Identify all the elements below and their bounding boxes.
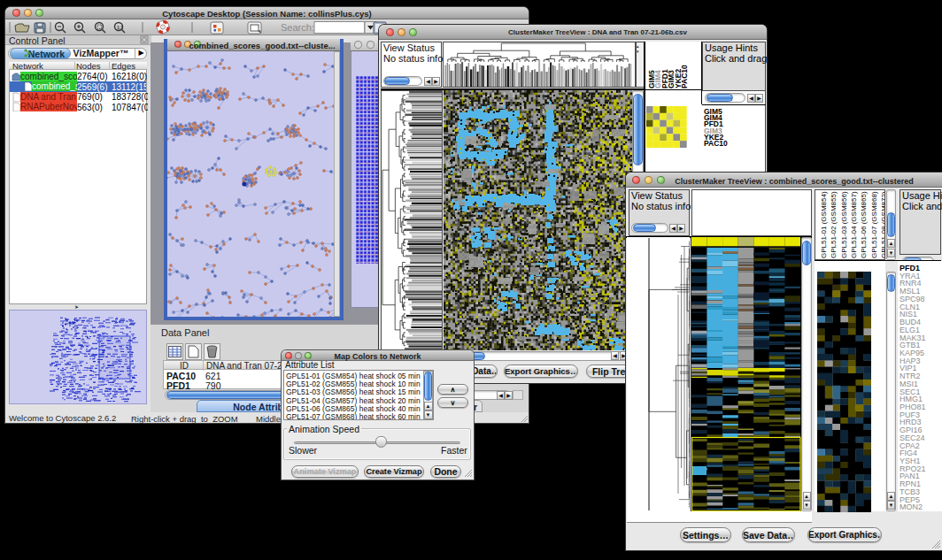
svg-text:1:1: 1:1 xyxy=(117,25,123,30)
svg-text:Search:: Search: xyxy=(281,22,314,33)
